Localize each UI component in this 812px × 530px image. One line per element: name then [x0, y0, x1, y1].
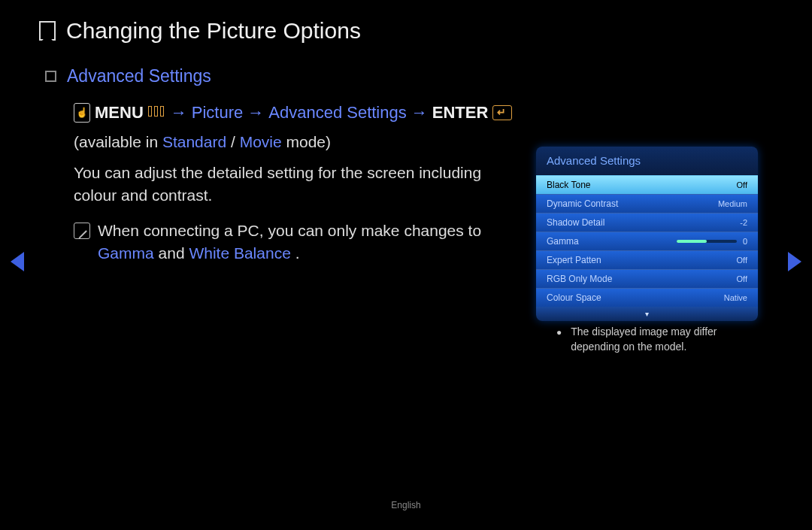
panel-row-label: Dynamic Contrast [547, 198, 618, 209]
next-page-button[interactable] [788, 252, 801, 271]
panel-row-label: Colour Space [547, 292, 601, 303]
panel-row-label: Black Tone [547, 180, 590, 190]
panel-row-label: RGB Only Mode [547, 274, 612, 284]
panel-caption-text: The displayed image may differ depending… [571, 325, 767, 354]
description-text: You can adjust the detailed setting for … [74, 162, 526, 207]
menu-path: ☝ MENU → Picture → Advanced Settings → E… [74, 103, 526, 123]
panel-row-value: Off [737, 256, 747, 265]
note-prefix: When connecting a PC, you can only make … [98, 222, 481, 239]
bookmark-icon [39, 21, 56, 41]
note-text: When connecting a PC, you can only make … [98, 220, 526, 265]
panel-row[interactable]: Dynamic ContrastMedium [536, 194, 758, 213]
availability-line: (available in Standard / Movie mode) [74, 133, 526, 151]
panel-row-value: 0 [743, 237, 747, 246]
menu-label: MENU [95, 103, 144, 123]
prev-page-button[interactable] [11, 252, 24, 271]
panel-title: Advanced Settings [536, 147, 758, 175]
note-and: and [154, 244, 189, 262]
path-advanced-settings: Advanced Settings [268, 103, 406, 123]
menu-icon [148, 106, 166, 120]
mode-movie: Movie [240, 133, 282, 150]
avail-suffix: mode) [282, 133, 331, 150]
avail-prefix: (available in [74, 133, 162, 150]
panel-row[interactable]: Expert PattenOff [536, 250, 758, 269]
note-row: When connecting a PC, you can only make … [74, 220, 526, 265]
mode-standard: Standard [162, 133, 226, 150]
panel-row[interactable]: Black ToneOff [536, 175, 758, 194]
note-icon [74, 223, 90, 239]
panel-row-value: Off [737, 274, 747, 283]
settings-panel: Advanced Settings Black ToneOffDynamic C… [536, 147, 758, 321]
enter-icon [492, 105, 512, 120]
panel-row-value: Medium [718, 199, 747, 208]
panel-row-label: Gamma [547, 236, 579, 247]
enter-label: ENTER [432, 103, 489, 123]
panel-row[interactable]: Shadow Detail-2 [536, 213, 758, 232]
page-title: Changing the Picture Options [66, 18, 361, 44]
panel-row[interactable]: Colour SpaceNative [536, 288, 758, 307]
arrow-icon: → [247, 103, 264, 123]
panel-row[interactable]: RGB Only ModeOff [536, 269, 758, 288]
avail-sep: / [226, 133, 240, 150]
panel-row-label: Expert Patten [547, 255, 601, 265]
panel-row-value: Off [737, 180, 747, 189]
note-white-balance: White Balance [189, 244, 290, 262]
panel-caption: ● The displayed image may differ dependi… [534, 325, 767, 354]
arrow-icon: → [411, 103, 428, 123]
square-bullet-icon [45, 71, 56, 82]
language-label: English [0, 500, 812, 510]
bullet-icon: ● [534, 325, 562, 354]
section-heading: Advanced Settings [67, 66, 211, 86]
panel-row-value: -2 [740, 218, 747, 227]
panel-more-indicator[interactable]: ▾ [536, 307, 758, 321]
panel-row[interactable]: Gamma0 [536, 232, 758, 250]
path-picture: Picture [192, 103, 243, 123]
arrow-icon: → [171, 103, 187, 123]
slider[interactable] [677, 240, 737, 243]
note-gamma: Gamma [98, 244, 154, 262]
hand-icon: ☝ [74, 103, 90, 123]
note-suffix: . [291, 244, 300, 262]
panel-row-value: Native [724, 293, 747, 302]
panel-row-label: Shadow Detail [547, 217, 604, 228]
